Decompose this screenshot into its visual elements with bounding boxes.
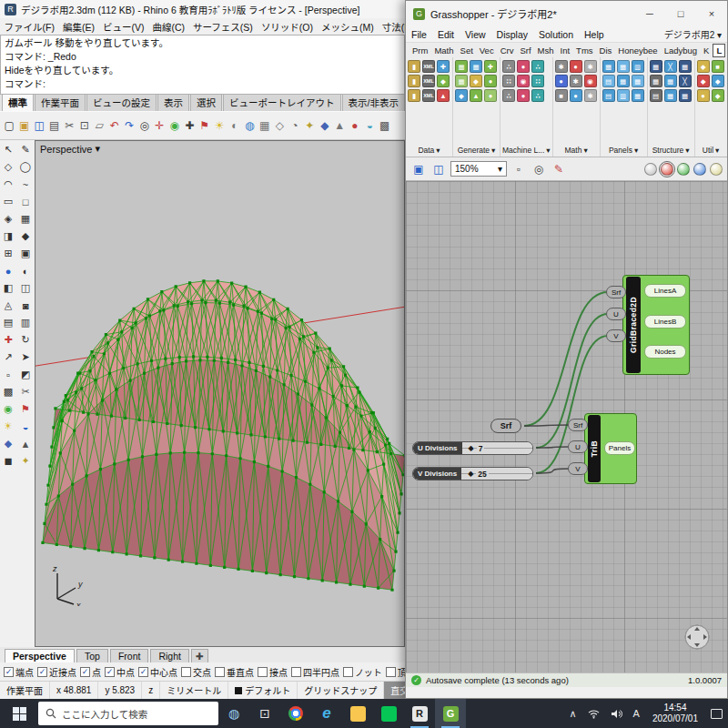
rhino-toolbar-icon[interactable]: ⚑ (197, 115, 213, 136)
canvas-toolbar-icon[interactable]: ▣ (410, 161, 427, 177)
rhino-sidebar-icon[interactable]: □ (17, 193, 34, 210)
rhino-tab-ビューポートレイアウト[interactable]: ビューポートレイアウト (223, 95, 341, 111)
rhino-menu-item[interactable]: ソリッド(O) (257, 18, 317, 35)
shelf-component-icon[interactable]: ✚ (484, 60, 497, 73)
shelf-component-icon[interactable]: ▦ (679, 60, 692, 73)
rhino-tab-表示[interactable]: 表示 (157, 95, 189, 111)
shelf-component-icon[interactable]: ◉ (517, 75, 530, 87)
taskbar-app-task-view[interactable]: ⊡ (249, 699, 280, 728)
checkbox[interactable] (181, 667, 191, 677)
rhino-toolbar-icon[interactable]: ◐ (228, 115, 243, 136)
checkbox[interactable]: ✓ (37, 667, 47, 677)
taskbar-app-folder[interactable] (342, 699, 373, 728)
rhino-sidebar-icon[interactable]: ◈ (0, 210, 16, 228)
rhino-toolbar-icon[interactable]: ▱ (92, 115, 107, 136)
output-port-Panels[interactable]: Panels (604, 441, 635, 455)
checkbox[interactable]: ✓ (105, 667, 115, 677)
rhino-menu-item[interactable]: サーフェス(S) (189, 18, 258, 35)
rhino-toolbar-icon[interactable]: ◔ (288, 115, 303, 136)
shelf-component-icon[interactable]: ▦ (470, 60, 482, 73)
shelf-component-icon[interactable]: ▤ (602, 89, 615, 102)
status-直交モード[interactable]: 直交モード (384, 682, 405, 699)
minimize-button[interactable]: ─ (634, 1, 665, 26)
status-デフォルト[interactable]: デフォルト (228, 682, 298, 699)
gh-tab-set[interactable]: Set (458, 45, 476, 56)
osnap-近接点[interactable]: ✓近接点 (37, 665, 76, 679)
checkbox[interactable]: ✓ (80, 667, 90, 677)
rhino-sidebar-icon[interactable]: ↗ (0, 349, 16, 366)
slider-track[interactable]: ◆7 (462, 442, 532, 454)
slider-knob[interactable]: ◆ (469, 444, 474, 452)
taskbar-app-cortana[interactable]: ◍ (218, 699, 249, 728)
shelf-component-icon[interactable]: ● (484, 89, 497, 102)
checkbox[interactable] (343, 667, 353, 677)
rhino-toolbar-icon[interactable]: ↷ (122, 115, 137, 136)
preview-sphere-icon[interactable] (661, 163, 673, 176)
rhino-sidebar-icon[interactable]: ▫ (0, 366, 16, 383)
shelf-component-icon[interactable]: ∷ (502, 75, 515, 87)
rhino-sidebar-icon[interactable]: ➤ (17, 349, 34, 366)
rhino-toolbar-icon[interactable]: ◒ (362, 115, 378, 136)
status-z[interactable]: z (142, 682, 160, 699)
shelf-component-icon[interactable]: ∴ (531, 60, 544, 73)
osnap-ノット[interactable]: ノット (343, 665, 382, 679)
rhino-toolbar-icon[interactable]: ▤ (47, 115, 63, 136)
shelf-component-icon[interactable]: ◆ (437, 75, 450, 87)
rhino-toolbar-icon[interactable]: ✦ (302, 115, 318, 136)
shelf-component-icon[interactable]: ● (555, 75, 568, 87)
status-グリッドスナップ[interactable]: グリッドスナップ (298, 682, 384, 699)
gh-tab-l[interactable]: L (713, 44, 725, 57)
output-port-Nodes[interactable]: Nodes (644, 345, 686, 359)
rhino-menu-item[interactable]: メッシュ(M) (318, 18, 379, 35)
shelf-component-icon[interactable]: ◉ (584, 75, 597, 87)
status-作業平面[interactable]: 作業平面 (0, 682, 50, 699)
grasshopper-titlebar[interactable]: G Grasshopper - デジラボ用2* ─ □ × (406, 1, 727, 26)
rhino-sidebar-icon[interactable]: ▦ (17, 210, 34, 228)
shelf-component-icon[interactable]: ✚ (437, 60, 450, 73)
input-port-V[interactable]: V (606, 329, 626, 342)
gh-param-srf[interactable]: Srf (490, 419, 521, 433)
gh-tab-msh[interactable]: Msh (535, 45, 557, 56)
rhino-sidebar-icon[interactable]: ◼ (0, 452, 16, 470)
gh-slider-u[interactable]: U Divisions◆7 (412, 441, 533, 455)
rhino-toolbar-icon[interactable]: ☀ (212, 115, 228, 136)
rhino-sidebar-icon[interactable]: ☀ (0, 418, 16, 435)
taskbar-clock[interactable]: 14:54 2020/07/01 (645, 699, 705, 728)
input-port-V[interactable]: V (568, 462, 588, 475)
shelf-component-icon[interactable]: ▤ (650, 89, 662, 102)
gh-tab-ladybug[interactable]: Ladybug (662, 45, 700, 56)
viewport-tab-top[interactable]: Top (76, 649, 108, 662)
shelf-component-icon[interactable]: ■ (712, 60, 724, 73)
input-port-U[interactable]: U (568, 440, 588, 453)
checkbox[interactable]: ✓ (138, 667, 148, 677)
shelf-component-icon[interactable]: ▦ (602, 60, 615, 73)
rhino-toolbar-icon[interactable]: ✂ (62, 115, 77, 136)
shelf-component-icon[interactable]: ▦ (664, 75, 677, 87)
rhino-toolbar-icon[interactable]: ▢ (2, 115, 17, 136)
shelf-component-icon[interactable]: ◆ (712, 75, 724, 87)
shelf-component-icon[interactable]: ✱ (584, 60, 597, 73)
slider-knob[interactable]: ◆ (468, 470, 473, 478)
close-button[interactable]: × (696, 1, 727, 26)
shelf-component-icon[interactable]: ∴ (531, 89, 544, 102)
slider-track[interactable]: ◆25 (461, 468, 532, 480)
rhino-sidebar-icon[interactable]: ◆ (0, 435, 16, 452)
shelf-group-label[interactable]: Data▾ (408, 143, 450, 157)
viewport-tab-perspective[interactable]: Perspective (5, 649, 75, 662)
gh-tab-crv[interactable]: Crv (498, 45, 517, 56)
shelf-component-icon[interactable]: ▥ (617, 89, 630, 102)
checkbox[interactable] (386, 667, 396, 677)
rhino-titlebar[interactable]: R デジラボ用2.3dm (112 KB) - Rhino 6 教育用ﾗﾎﾞﾗﾄ… (0, 0, 405, 18)
osnap-頂点[interactable]: 頂点 (386, 665, 405, 679)
rhino-sidebar-icon[interactable]: ⊞ (0, 245, 16, 262)
rhino-toolbar-icon[interactable]: ● (348, 115, 363, 136)
tray-expand-icon[interactable]: ∧ (564, 699, 582, 728)
wifi-icon[interactable] (582, 699, 605, 728)
volume-icon[interactable] (605, 699, 628, 728)
gh-tab-tms[interactable]: Tms (573, 45, 595, 56)
shelf-group-label[interactable]: Util▾ (697, 143, 725, 157)
preview-sphere-icon[interactable] (710, 163, 723, 176)
shelf-component-icon[interactable]: ▦ (617, 75, 630, 87)
osnap-端点[interactable]: ✓端点 (4, 665, 34, 679)
status-x 48.881[interactable]: x 48.881 (50, 682, 98, 699)
